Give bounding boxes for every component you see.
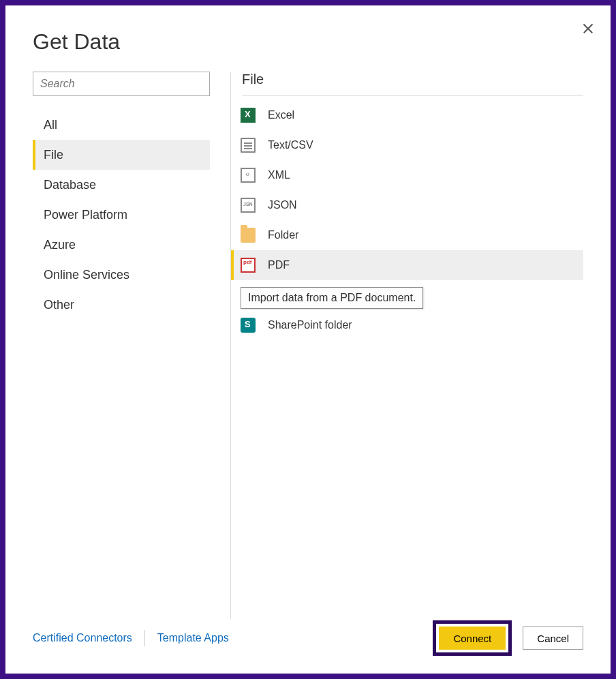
source-textcsv[interactable]: Text/CSV xyxy=(231,130,583,160)
folder-icon xyxy=(241,228,256,243)
right-pane: File Excel Text/CSV XML JSON xyxy=(230,72,583,619)
link-template-apps[interactable]: Template Apps xyxy=(157,632,229,644)
get-data-dialog: Get Data All File Database Power Platfor… xyxy=(5,5,611,674)
cancel-button[interactable]: Cancel xyxy=(523,627,583,650)
source-label: Folder xyxy=(268,229,298,241)
source-sharepoint-folder[interactable]: SharePoint folder xyxy=(231,310,583,340)
source-label: SharePoint folder xyxy=(268,319,352,331)
category-all[interactable]: All xyxy=(33,110,210,140)
search-input[interactable] xyxy=(33,72,210,96)
category-list: All File Database Power Platform Azure O… xyxy=(33,110,210,320)
category-azure[interactable]: Azure xyxy=(33,230,210,260)
connect-button[interactable]: Connect xyxy=(439,627,506,650)
source-label: Excel xyxy=(268,109,294,121)
divider xyxy=(144,630,145,646)
source-label: PDF xyxy=(268,259,290,271)
dialog-title: Get Data xyxy=(5,5,611,72)
link-certified-connectors[interactable]: Certified Connectors xyxy=(33,632,132,644)
tooltip: Import data from a PDF document. xyxy=(241,287,423,309)
left-pane: All File Database Power Platform Azure O… xyxy=(33,72,210,619)
source-label: XML xyxy=(268,169,290,181)
dialog-footer: Certified Connectors Template Apps Conne… xyxy=(5,619,611,674)
excel-icon xyxy=(241,108,256,123)
pdf-icon xyxy=(241,258,256,273)
category-online-services[interactable]: Online Services xyxy=(33,260,210,290)
connect-highlight: Connect xyxy=(433,620,512,656)
source-xml[interactable]: XML xyxy=(231,160,583,190)
textcsv-icon xyxy=(241,138,256,153)
sharepoint-icon xyxy=(241,318,256,333)
source-json[interactable]: JSON xyxy=(231,190,583,220)
category-file[interactable]: File xyxy=(33,140,210,170)
source-folder[interactable]: Folder xyxy=(231,220,583,250)
json-icon xyxy=(241,198,256,213)
source-label: JSON xyxy=(268,199,297,211)
source-pdf[interactable]: PDF xyxy=(231,250,583,280)
category-database[interactable]: Database xyxy=(33,170,210,200)
source-label: Text/CSV xyxy=(268,139,313,151)
xml-icon xyxy=(241,168,256,183)
footer-links: Certified Connectors Template Apps xyxy=(33,630,229,646)
source-list-header: File xyxy=(242,72,583,96)
category-power-platform[interactable]: Power Platform xyxy=(33,200,210,230)
close-icon[interactable] xyxy=(582,22,594,34)
dialog-body: All File Database Power Platform Azure O… xyxy=(5,72,611,619)
source-excel[interactable]: Excel xyxy=(231,100,583,130)
category-other[interactable]: Other xyxy=(33,290,210,320)
